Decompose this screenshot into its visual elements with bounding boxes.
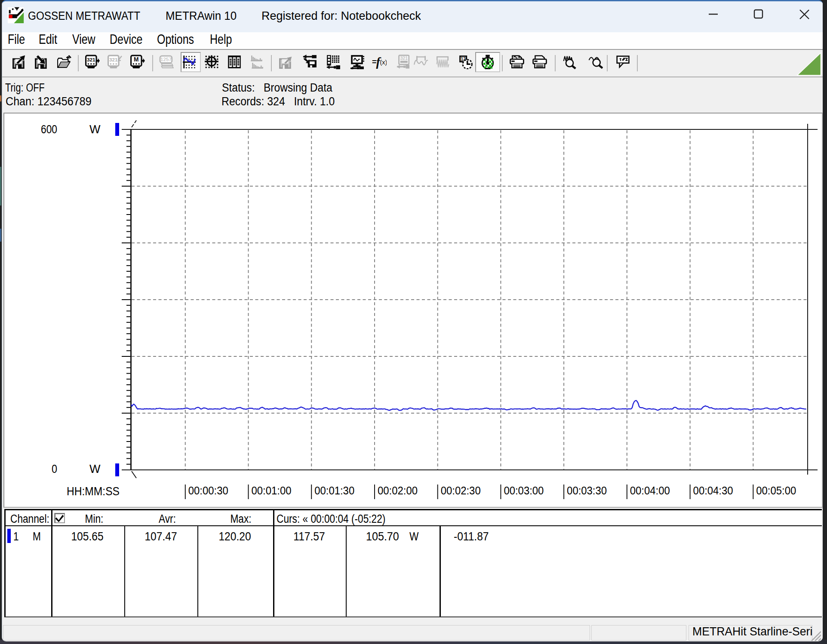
svg-text:00:01:30: 00:01:30 — [314, 484, 354, 497]
svg-text:00:03:30: 00:03:30 — [567, 484, 607, 497]
svg-text:00:02:30: 00:02:30 — [441, 484, 481, 497]
svg-text:00:04:00: 00:04:00 — [630, 484, 670, 497]
svg-text:00:05:00: 00:05:00 — [756, 484, 796, 497]
svg-text:00:02:00: 00:02:00 — [378, 484, 418, 497]
svg-text:00:03:00: 00:03:00 — [504, 484, 544, 497]
svg-text:00:01:00: 00:01:00 — [252, 484, 292, 497]
svg-text:HH:MM:SS: HH:MM:SS — [67, 485, 120, 498]
svg-text:W: W — [89, 463, 101, 475]
svg-text:00:04:30: 00:04:30 — [693, 484, 733, 497]
svg-text:600: 600 — [41, 123, 57, 136]
svg-text:0: 0 — [52, 463, 57, 475]
svg-text:00:00:30: 00:00:30 — [188, 484, 228, 497]
svg-text:W: W — [89, 123, 101, 136]
